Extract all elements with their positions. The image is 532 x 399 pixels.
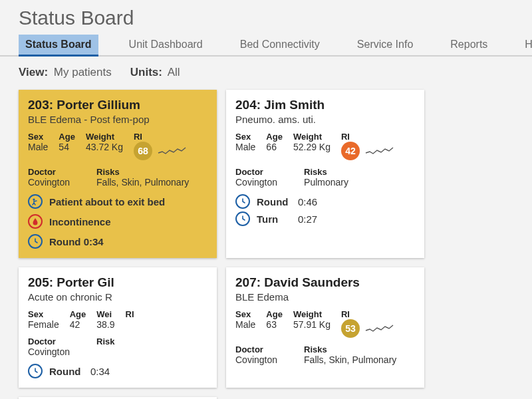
filter-units[interactable]: Units: All: [130, 66, 180, 79]
stat-weight: Wei38.9: [96, 309, 114, 330]
clock-icon: [235, 194, 250, 209]
room-name: 204: Jim Smith: [235, 98, 415, 112]
tab-service-info[interactable]: Service Info: [350, 35, 420, 55]
stat-sex: SexMale: [28, 132, 48, 152]
timer-turn: Turn0:27: [235, 211, 415, 226]
stat-weight: Weight43.72 Kg: [86, 132, 123, 152]
stat-sex: SexFemale: [28, 309, 59, 330]
doctor: DoctorCovington: [28, 336, 70, 357]
stats-row: SexMaleAge54Weight43.72 KgRI68: [28, 132, 207, 160]
stat-age: Age54: [59, 132, 75, 152]
alert-item: Incontinence: [28, 214, 207, 229]
timer-label: Round: [257, 196, 291, 207]
timer-label: Round: [49, 366, 84, 377]
doctor: DoctorCovington: [28, 167, 70, 188]
stat-ri: RI53: [341, 309, 396, 338]
doctor-risk-row: DoctorCovingtonRisksPulmonary: [235, 167, 415, 188]
stat-age: Age66: [266, 132, 283, 152]
alert-item: Patient about to exit bed: [28, 194, 207, 209]
tab-bar: Status Board Unit Dashboard Bed Connecti…: [0, 35, 532, 57]
page-title: Status Board: [0, 0, 532, 35]
diagnosis: BLE Edema - Post fem-pop: [28, 114, 207, 125]
patient-card[interactable]: 203: Porter GilliumBLE Edema - Post fem-…: [19, 90, 217, 258]
clock-icon: [28, 364, 43, 378]
stats-row: SexFemaleAge42Wei38.9RI: [28, 309, 207, 330]
stat-sex: SexMale: [235, 309, 255, 330]
alert-text: Patient about to exit bed: [49, 196, 165, 207]
timer-value: 0:46: [298, 196, 317, 207]
stat-age: Age63: [266, 309, 283, 330]
tab-unit-dashboard[interactable]: Unit Dashboard: [122, 35, 209, 55]
diagnosis: BLE Edema: [235, 291, 415, 303]
timer-round: Round0:46: [235, 194, 415, 209]
stat-age: Age42: [70, 309, 86, 330]
filter-view[interactable]: View: My patients: [19, 66, 112, 79]
diagnosis: Acute on chronic R: [28, 291, 207, 303]
patient-card[interactable]: 205: Porter GilAcute on chronic RSexFema…: [19, 267, 217, 388]
timer-label: Turn: [257, 213, 291, 225]
svg-point-0: [33, 198, 35, 200]
alert-text: Round 0:34: [49, 236, 104, 247]
alert-item: Round 0:34: [28, 234, 207, 249]
stats-row: SexMaleAge63Weight57.91 KgRI53: [235, 309, 415, 338]
sparkline-icon: [365, 323, 396, 334]
doctor-risk-row: DoctorCovingtonRisk: [28, 336, 207, 357]
risks: RisksFalls, Skin, Pulmonary: [96, 167, 189, 188]
filter-view-value: My patients: [54, 66, 112, 78]
doctor-risk-row: DoctorCovingtonRisksFalls, Skin, Pulmona…: [235, 344, 415, 365]
tab-hospital[interactable]: Hospital A: [518, 35, 532, 55]
stat-ri: RI42: [341, 132, 396, 160]
room-name: 203: Porter Gillium: [28, 98, 207, 112]
filter-bar: View: My patients Units: All: [0, 57, 532, 86]
patient-card[interactable]: 207: David SaundersBLE EdemaSexMaleAge63…: [226, 267, 424, 388]
stat-weight: Weight57.91 Kg: [293, 309, 331, 330]
drop-icon: [28, 214, 43, 229]
ri-badge: 42: [341, 142, 360, 160]
timer-list: Round0:34: [28, 364, 207, 378]
ri-badge: 68: [134, 142, 152, 160]
doctor-risk-row: DoctorCovingtonRisksFalls, Skin, Pulmona…: [28, 167, 207, 188]
alert-list: Patient about to exit bedIncontinenceRou…: [28, 194, 207, 249]
risks: Risk: [96, 336, 114, 357]
timer-value: 0:27: [298, 213, 317, 225]
doctor: DoctorCovington: [235, 167, 277, 188]
room-name: 207: David Saunders: [235, 275, 415, 290]
diagnosis: Pneumo. ams. uti.: [235, 114, 415, 125]
stat-weight: Weight52.29 Kg: [293, 132, 331, 152]
ri-badge: 53: [341, 319, 360, 338]
room-name: 205: Porter Gil: [28, 275, 207, 290]
sparkline-icon: [365, 145, 396, 157]
filter-units-value: All: [168, 66, 180, 78]
sparkline-icon: [158, 145, 188, 157]
timer-value: 0:34: [90, 366, 110, 377]
alert-text: Incontinence: [49, 216, 111, 227]
clock-icon: [28, 234, 43, 249]
clock-icon: [235, 211, 250, 226]
patient-board: 203: Porter GilliumBLE Edema - Post fem-…: [0, 86, 532, 399]
stat-sex: SexMale: [235, 132, 255, 152]
filter-view-label: View:: [19, 66, 48, 78]
doctor: DoctorCovington: [235, 344, 277, 365]
bed-exit-icon: [28, 194, 43, 209]
risks: RisksFalls, Skin, Pulmonary: [304, 344, 396, 365]
tab-status-board[interactable]: Status Board: [19, 35, 98, 57]
patient-card[interactable]: 204: Jim SmithPneumo. ams. uti.SexMaleAg…: [226, 90, 424, 258]
timer-list: Round0:46Turn0:27: [235, 194, 415, 226]
stat-ri: RI: [126, 309, 134, 319]
risks: RisksPulmonary: [304, 167, 348, 188]
filter-units-label: Units:: [130, 66, 162, 78]
tab-bed-connectivity[interactable]: Bed Connectivity: [233, 35, 327, 55]
stats-row: SexMaleAge66Weight52.29 KgRI42: [235, 132, 415, 160]
stat-ri: RI68: [134, 132, 188, 160]
timer-round: Round0:34: [28, 364, 207, 378]
tab-reports[interactable]: Reports: [444, 35, 494, 55]
